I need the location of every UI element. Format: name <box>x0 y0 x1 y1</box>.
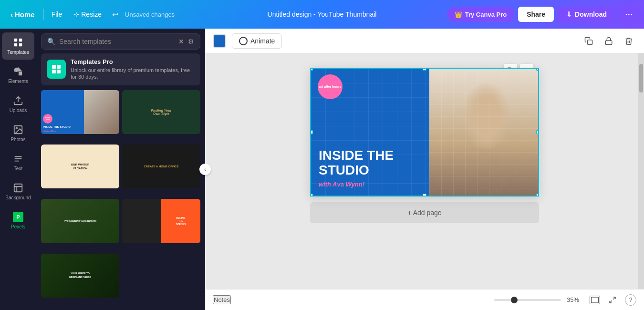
pexels-icon: P <box>13 212 23 222</box>
zoom-controls <box>494 299 561 301</box>
canvas-area: Animate <box>205 29 644 310</box>
templates-pro-description: Unlock our entire library of premium tem… <box>71 67 195 81</box>
notes-button[interactable]: Notes <box>213 295 231 304</box>
zoom-slider[interactable] <box>494 299 561 301</box>
clear-search-button[interactable]: ✕ <box>178 38 184 45</box>
svg-rect-13 <box>52 70 56 73</box>
template-item-1[interactable]: art after hours INSIDE THE STUDIO with A… <box>41 90 119 134</box>
main-content: Templates Elements Uploads Photos <box>0 29 644 310</box>
try-pro-button[interactable]: 👑 Try Canva Pro <box>447 7 514 22</box>
canvas-right-section <box>429 69 538 196</box>
design-title-area: Untitled design - YouTube Thumbnail <box>268 10 377 18</box>
filter-button[interactable]: ⚙ <box>188 38 194 45</box>
template-item-7[interactable]: YOUR GUIDE TOGRAIN AND SEEDS <box>41 254 119 298</box>
photo-grid-overlay <box>429 69 538 196</box>
sidebar-item-elements[interactable]: Elements <box>2 62 34 89</box>
selection-handle-bc[interactable] <box>423 194 426 196</box>
selection-handle-ml[interactable] <box>310 130 313 134</box>
canvas-scrollbar[interactable] <box>638 53 644 289</box>
canvas-toolbar: Animate <box>205 29 644 53</box>
file-button[interactable]: File <box>48 8 66 21</box>
templates-pro-icon <box>47 60 66 79</box>
add-page-button[interactable]: + Add page <box>310 202 539 223</box>
selection-handle-tl[interactable] <box>310 68 313 71</box>
template-item-6[interactable]: BEHINDTHESCENES <box>122 199 200 243</box>
svg-rect-14 <box>57 70 61 73</box>
templates-panel: 🔍 ✕ ⚙ Templates Pro Unlock our entire li… <box>36 29 205 310</box>
svg-line-22 <box>610 300 612 303</box>
canvas-scroll[interactable]: art after hours INSIDE THE STUDIO with A… <box>205 53 644 289</box>
svg-rect-1 <box>19 39 22 41</box>
panel-collapse-button[interactable]: ‹ <box>199 164 211 175</box>
svg-rect-2 <box>14 43 17 46</box>
canvas-photo <box>429 69 538 196</box>
delete-icon <box>624 37 633 45</box>
elements-icon <box>13 66 23 77</box>
search-input[interactable] <box>59 38 175 45</box>
more-options-button[interactable]: ⋯ <box>619 6 638 23</box>
sidebar-photos-label: Photos <box>10 137 25 142</box>
art-after-hours-badge: art after hours <box>318 74 343 99</box>
svg-line-21 <box>613 297 615 300</box>
undo-button[interactable]: ↩ <box>109 7 121 22</box>
template-item-4[interactable]: CREATE A HOME OFFICE <box>122 145 200 188</box>
page-view-button[interactable] <box>590 296 600 304</box>
home-button[interactable]: ‹ Home <box>6 8 40 21</box>
scrollbar-thumb[interactable] <box>639 64 643 93</box>
bottombar: Notes 35% ? <box>205 289 644 310</box>
download-icon: ⇓ <box>566 10 572 18</box>
template-item-2[interactable]: Finding YourOwn Style <box>122 90 200 134</box>
sidebar-text-label: Text <box>14 166 22 171</box>
templates-pro-banner[interactable]: Templates Pro Unlock our entire library … <box>41 53 200 85</box>
delete-button[interactable] <box>621 33 636 49</box>
selection-handle-bl[interactable] <box>310 194 313 196</box>
sidebar-item-background[interactable]: Background <box>2 178 34 205</box>
search-icon: 🔍 <box>47 38 55 45</box>
templates-pro-text: Templates Pro Unlock our entire library … <box>71 58 195 81</box>
resize-button[interactable]: ⊹ Resize <box>70 8 105 21</box>
svg-rect-0 <box>14 39 17 41</box>
animate-button[interactable]: Animate <box>232 33 282 49</box>
text-icon <box>13 154 23 164</box>
copy-style-button[interactable] <box>581 33 596 49</box>
svg-rect-11 <box>52 65 56 69</box>
sidebar-item-templates[interactable]: Templates <box>2 32 34 60</box>
selection-handle-br[interactable] <box>536 194 539 196</box>
search-bar: 🔍 ✕ ⚙ <box>41 33 200 50</box>
sidebar-item-text[interactable]: Text <box>2 149 34 176</box>
svg-rect-10 <box>14 184 22 192</box>
sidebar-item-pexels[interactable]: P Pexels <box>2 207 34 234</box>
design-canvas[interactable]: art after hours INSIDE THE STUDIO with A… <box>310 68 539 196</box>
grid-icon <box>13 37 23 48</box>
resize-icon: ⊹ <box>73 10 79 18</box>
template-item-5[interactable]: Propagating Succulents <box>41 199 119 243</box>
help-button[interactable]: ? <box>625 294 636 306</box>
pro-grid-icon <box>51 63 62 75</box>
sidebar-item-uploads[interactable]: Uploads <box>2 91 34 118</box>
selection-handle-mr[interactable] <box>536 130 539 134</box>
svg-rect-15 <box>588 40 592 44</box>
upload-icon <box>13 95 23 106</box>
template-item-3[interactable]: OUR WINTERVACATION <box>41 145 119 188</box>
topbar-left: ‹ Home File ⊹ Resize ↩ Unsaved changes <box>6 7 175 22</box>
sidebar-pexels-label: Pexels <box>11 224 25 229</box>
lock-button[interactable] <box>601 33 616 49</box>
copy-style-icon <box>584 37 593 45</box>
selection-handle-tr[interactable] <box>536 68 539 71</box>
unsaved-indicator: Unsaved changes <box>125 11 175 18</box>
page-view-icon <box>591 296 599 304</box>
color-swatch[interactable] <box>213 34 226 48</box>
design-title: Untitled design - YouTube Thumbnail <box>268 10 377 18</box>
zoom-thumb[interactable] <box>511 297 518 303</box>
fullscreen-icon <box>609 296 616 304</box>
share-button[interactable]: Share <box>518 7 554 22</box>
sidebar-item-photos[interactable]: Photos <box>2 120 34 147</box>
sidebar-templates-label: Templates <box>7 50 29 55</box>
canvas-wrapper: art after hours INSIDE THE STUDIO with A… <box>310 68 539 223</box>
svg-rect-16 <box>605 41 612 44</box>
svg-rect-20 <box>592 297 599 303</box>
fullscreen-button[interactable] <box>606 293 619 307</box>
chevron-left-icon: ‹ <box>10 10 13 19</box>
selection-handle-tc[interactable] <box>423 68 426 71</box>
download-button[interactable]: ⇓ Download <box>558 7 615 22</box>
